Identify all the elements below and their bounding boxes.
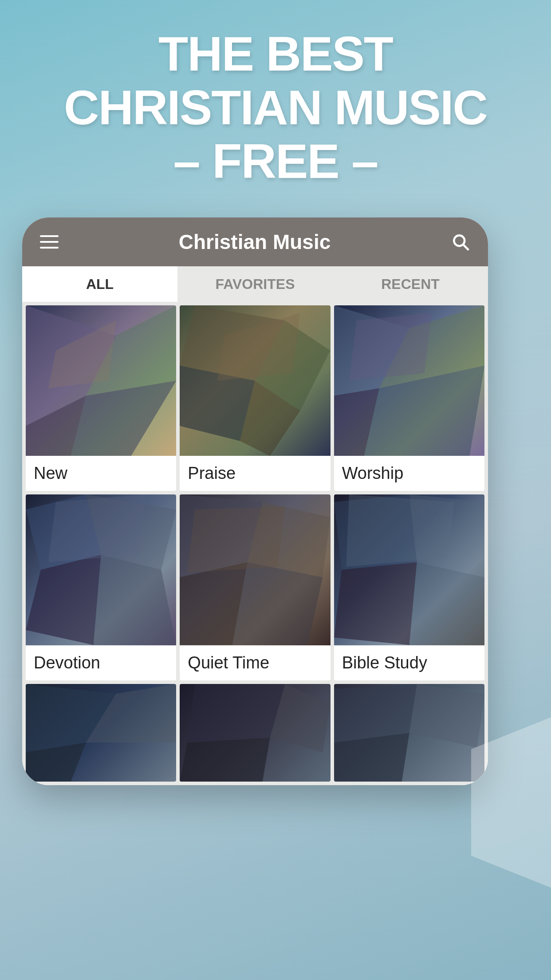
tab-recent[interactable]: RECENT [333,266,488,302]
category-devotion[interactable]: Devotion [26,494,176,680]
tab-favorites[interactable]: FAVORITES [177,266,333,302]
category-quiet-time-label: Quiet Time [180,645,330,680]
menu-icon[interactable] [40,235,59,249]
svg-marker-19 [26,555,101,645]
category-grid: New Praise [22,302,488,684]
top-bar: Christian Music [22,217,488,266]
category-partial-2[interactable] [180,684,330,782]
svg-marker-20 [94,555,177,645]
svg-marker-16 [349,313,432,381]
hero-line1: THE BEST [158,26,393,81]
svg-marker-31 [346,494,454,567]
app-title: Christian Music [59,230,451,254]
category-grid-partial [22,684,488,785]
svg-marker-37 [180,738,270,782]
hero-line2: CHRISTIAN MUSIC [64,80,487,134]
category-new-label: New [26,456,176,491]
phone-frame: Christian Music ALL FAVORITES RECENT New [22,217,488,785]
category-worship-label: Worship [334,456,484,491]
category-praise-label: Praise [180,456,330,491]
svg-marker-26 [187,506,285,573]
svg-marker-21 [48,494,146,562]
category-bible-study[interactable]: Bible Study [334,494,484,680]
category-worship[interactable]: Worship [334,305,484,491]
category-quiet-time[interactable]: Quiet Time [180,494,330,680]
category-devotion-label: Devotion [26,645,176,680]
category-partial-1[interactable] [26,684,176,782]
search-icon[interactable] [451,232,470,252]
svg-marker-35 [187,684,285,743]
svg-marker-39 [409,684,484,747]
svg-marker-29 [334,562,417,645]
tab-all[interactable]: ALL [22,266,177,302]
hero-line3: – FREE – [173,134,378,188]
tabs-bar: ALL FAVORITES RECENT [22,266,488,302]
svg-line-1 [463,245,468,250]
category-new[interactable]: New [26,305,176,491]
svg-point-0 [454,235,464,246]
svg-marker-25 [232,562,323,645]
category-praise[interactable]: Praise [180,305,330,491]
category-bible-study-label: Bible Study [334,645,484,680]
category-partial-3[interactable] [334,684,484,782]
hero-text: THE BEST CHRISTIAN MUSIC – FREE – [0,27,551,188]
